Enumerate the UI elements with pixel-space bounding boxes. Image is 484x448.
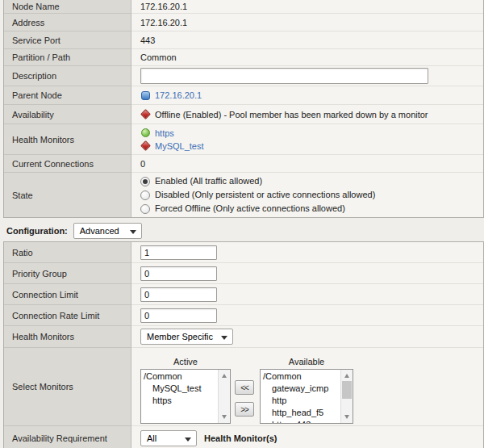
available-monitors-listbox[interactable]: /Common gateway_icmp http http_head_f5 h… bbox=[260, 369, 353, 424]
monitor-move-buttons: << >> bbox=[235, 380, 254, 417]
address-label: Address bbox=[12, 18, 44, 27]
scroll-down-icon bbox=[344, 415, 349, 419]
listbox-option[interactable]: https bbox=[144, 395, 217, 407]
description-input[interactable] bbox=[140, 68, 428, 84]
listbox-option[interactable]: MySQL_test bbox=[144, 383, 217, 395]
properties-table: Node Name 172.16.20.1 Address 172.16.20.… bbox=[3, 0, 484, 218]
priority-group-input[interactable] bbox=[140, 266, 217, 281]
connection-rate-limit-label: Connection Rate Limit bbox=[12, 311, 99, 320]
service-port-value: 443 bbox=[140, 36, 155, 45]
priority-group-label: Priority Group bbox=[12, 269, 67, 278]
dropdown-arrow-icon bbox=[185, 438, 191, 442]
partition-value: Common bbox=[140, 52, 177, 62]
partition-label: Partition / Path bbox=[12, 52, 70, 62]
table-row: Service Port 443 bbox=[4, 31, 483, 49]
listbox-option[interactable]: https_443 bbox=[263, 419, 340, 424]
listbox-scrollbar[interactable] bbox=[340, 370, 353, 423]
table-row: Health Monitors Member Specific bbox=[4, 326, 483, 348]
availability-label: Availability bbox=[12, 110, 54, 119]
active-monitors-header: Active bbox=[140, 357, 231, 366]
table-row: Partition / Path Common bbox=[4, 49, 483, 66]
status-up-icon bbox=[140, 128, 151, 138]
dropdown-arrow-icon bbox=[221, 336, 227, 340]
table-row: Parent Node 172.16.20.1 bbox=[4, 86, 483, 105]
node-name-value: 172.16.20.1 bbox=[140, 2, 187, 11]
active-monitors-listbox[interactable]: /Common MySQL_test https bbox=[140, 369, 231, 424]
availability-requirement-select[interactable]: All bbox=[140, 430, 197, 446]
health-monitors-label: Health Monitors bbox=[12, 135, 74, 144]
table-row: Address 172.16.20.1 bbox=[4, 14, 483, 31]
scrollbar-thumb[interactable] bbox=[342, 381, 352, 399]
dropdown-arrow-icon bbox=[130, 230, 136, 234]
configuration-select[interactable]: Advanced bbox=[73, 223, 142, 239]
pool-member-properties-page: Node Name 172.16.20.1 Address 172.16.20.… bbox=[0, 0, 484, 448]
availability-requirement-suffix: Health Monitor(s) bbox=[204, 433, 277, 443]
node-icon bbox=[140, 90, 151, 101]
state-radio-enabled[interactable] bbox=[140, 177, 150, 186]
configuration-label: Configuration: bbox=[6, 226, 68, 236]
configuration-bar: Configuration: Advanced bbox=[6, 223, 142, 239]
parent-node-link[interactable]: 172.16.20.1 bbox=[155, 90, 202, 100]
scroll-up-icon bbox=[222, 374, 227, 378]
listbox-option[interactable]: http bbox=[263, 395, 340, 407]
table-row: Current Connections 0 bbox=[4, 155, 483, 173]
move-to-active-button[interactable]: << bbox=[235, 380, 254, 395]
health-monitors-mode-value: Member Specific bbox=[147, 332, 213, 341]
configuration-table: Ratio Priority Group Connection Limit Co… bbox=[3, 241, 484, 448]
state-option-label: Enabled (All traffic allowed) bbox=[155, 174, 262, 188]
availability-requirement-value: All bbox=[147, 433, 156, 443]
parent-node-label: Parent Node bbox=[12, 90, 62, 100]
select-monitors-label: Select Monitors bbox=[12, 382, 73, 391]
move-to-available-button[interactable]: >> bbox=[235, 402, 254, 417]
address-value: 172.16.20.1 bbox=[140, 18, 187, 27]
scroll-down-icon bbox=[222, 415, 227, 419]
listbox-option[interactable]: /Common bbox=[144, 371, 217, 383]
connection-limit-input[interactable] bbox=[140, 287, 217, 302]
ratio-input[interactable] bbox=[140, 245, 217, 260]
listbox-option[interactable]: http_head_f5 bbox=[263, 407, 340, 419]
state-option-label: Disabled (Only persistent or active conn… bbox=[155, 188, 375, 202]
table-row: Health Monitors https MySQL_test bbox=[4, 124, 483, 155]
service-port-label: Service Port bbox=[12, 36, 60, 45]
table-row: Select Monitors Active /Common MySQL_tes… bbox=[4, 348, 483, 426]
availability-requirement-label: Availability Requirement bbox=[12, 433, 107, 443]
health-monitors-mode-label: Health Monitors bbox=[12, 332, 74, 341]
status-down-icon bbox=[140, 140, 151, 151]
available-monitors-header: Available bbox=[260, 357, 353, 366]
description-label: Description bbox=[12, 71, 56, 81]
table-row: Description bbox=[4, 66, 483, 86]
scroll-up-icon bbox=[344, 374, 349, 378]
listbox-option[interactable]: /Common bbox=[263, 371, 340, 383]
table-row: Connection Rate Limit bbox=[4, 305, 483, 326]
table-row: Connection Limit bbox=[4, 284, 483, 305]
connection-rate-limit-input[interactable] bbox=[140, 308, 217, 323]
monitor-link-https[interactable]: https bbox=[155, 127, 174, 140]
table-row: Node Name 172.16.20.1 bbox=[4, 0, 483, 14]
table-row: Availability Offline (Enabled) - Pool me… bbox=[4, 105, 483, 124]
state-option-label: Forced Offline (Only active connections … bbox=[155, 202, 345, 216]
status-down-icon bbox=[140, 109, 151, 119]
health-monitors-mode-select[interactable]: Member Specific bbox=[140, 329, 233, 345]
state-radio-forced-offline[interactable] bbox=[140, 204, 150, 214]
listbox-scrollbar[interactable] bbox=[218, 370, 230, 423]
node-name-label: Node Name bbox=[12, 2, 60, 11]
availability-status: Offline (Enabled) - Pool member has been… bbox=[155, 110, 428, 119]
listbox-option[interactable]: gateway_icmp bbox=[263, 383, 340, 395]
ratio-label: Ratio bbox=[12, 248, 33, 257]
connection-limit-label: Connection Limit bbox=[12, 290, 78, 299]
state-label: State bbox=[12, 191, 33, 200]
table-row: State Enabled (All traffic allowed) Disa… bbox=[4, 173, 483, 217]
configuration-select-value: Advanced bbox=[80, 226, 119, 236]
table-row: Ratio bbox=[4, 242, 483, 263]
table-row: Priority Group bbox=[4, 263, 483, 284]
current-connections-label: Current Connections bbox=[12, 159, 94, 169]
table-row: Availability Requirement All Health Moni… bbox=[4, 426, 483, 448]
monitor-link-mysql-test[interactable]: MySQL_test bbox=[155, 140, 204, 153]
current-connections-value: 0 bbox=[140, 159, 145, 169]
state-radio-disabled[interactable] bbox=[140, 191, 150, 200]
